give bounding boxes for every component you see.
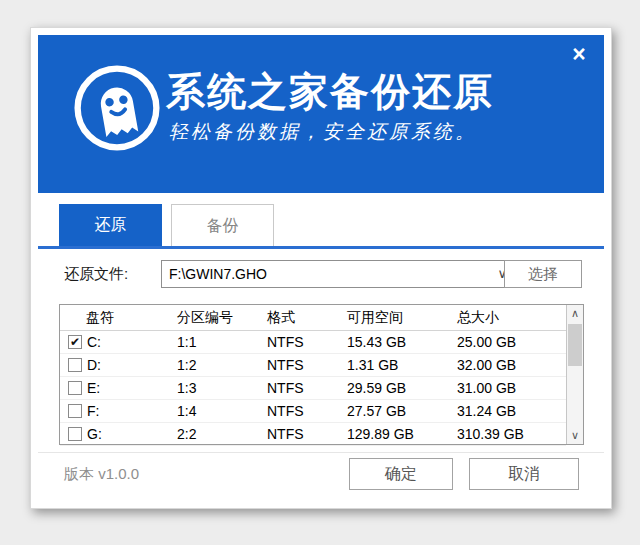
scroll-up-icon[interactable]: ∧ [567,305,583,322]
cell-partition: 1:1 [177,331,196,353]
checkbox-drive-g[interactable] [68,427,82,441]
close-icon[interactable]: × [566,41,592,67]
cell-drive: D: [87,354,101,376]
select-file-button[interactable]: 选择 [504,260,582,288]
table-row-d[interactable]: D: 1:2 NTFS 1.31 GB 32.00 GB [60,354,566,377]
tab-bar: 还原 备份 [59,204,274,246]
cell-format: NTFS [267,423,304,445]
cell-total: 32.00 GB [457,354,516,376]
cell-total: 31.24 GB [457,400,516,422]
checkbox-drive-c[interactable]: ✔ [68,335,82,349]
restore-file-combobox[interactable]: F:\GWIN7.GHO ∨ [161,260,514,288]
cell-format: NTFS [267,377,304,399]
col-free-space: 可用空间 [347,305,403,330]
cell-free: 1.31 GB [347,354,398,376]
table-row-e[interactable]: E: 1:3 NTFS 29.59 GB 31.00 GB [60,377,566,400]
col-drive: 盘符 [86,305,114,330]
checkbox-drive-f[interactable] [68,404,82,418]
col-total-size: 总大小 [457,305,499,330]
footer-divider [38,452,604,453]
app-subtitle: 轻松备份数据，安全还原系统。 [169,119,477,145]
cell-free: 29.59 GB [347,377,406,399]
table-row-f[interactable]: F: 1:4 NTFS 27.57 GB 31.24 GB [60,400,566,423]
cell-total: 25.00 GB [457,331,516,353]
cell-format: NTFS [267,354,304,376]
scrollbar-thumb[interactable] [568,324,582,366]
scroll-down-icon[interactable]: ∨ [567,427,583,444]
restore-file-row: 还原文件: F:\GWIN7.GHO ∨ 选择 [64,260,582,288]
cell-drive: C: [87,331,101,353]
cell-total: 31.00 GB [457,377,516,399]
cell-partition: 1:4 [177,400,196,422]
ok-button[interactable]: 确定 [349,458,453,490]
app-window: × 系统之家备份还原 轻松备份数据，安全还原系统。 还原 备份 还原文件: F:… [30,27,612,509]
restore-file-label: 还原文件: [64,260,128,288]
app-header: × 系统之家备份还原 轻松备份数据，安全还原系统。 [38,35,604,193]
cell-partition: 2:2 [177,423,196,445]
col-format: 格式 [267,305,295,330]
partition-table: 盘符 分区编号 格式 可用空间 总大小 ✔ C: 1:1 NTFS 15.43 … [59,304,584,445]
col-partition: 分区编号 [177,305,233,330]
tab-underline [38,246,604,249]
cell-free: 15.43 GB [347,331,406,353]
cell-format: NTFS [267,331,304,353]
tab-backup[interactable]: 备份 [171,204,274,246]
table-scrollbar[interactable]: ∧ ∨ [566,305,583,444]
cell-free: 129.89 GB [347,423,414,445]
cell-drive: F: [87,400,99,422]
table-body: ✔ C: 1:1 NTFS 15.43 GB 25.00 GB D: 1:2 N… [60,331,566,444]
ghost-logo-icon [72,63,162,153]
cell-drive: G: [87,423,102,445]
table-row-c[interactable]: ✔ C: 1:1 NTFS 15.43 GB 25.00 GB [60,331,566,354]
cell-drive: E: [87,377,100,399]
tab-restore[interactable]: 还原 [59,204,162,246]
restore-file-value: F:\GWIN7.GHO [169,261,267,287]
cell-format: NTFS [267,400,304,422]
cell-partition: 1:2 [177,354,196,376]
app-title: 系统之家备份还原 [166,65,494,119]
version-label: 版本 v1.0.0 [64,465,139,484]
cancel-button[interactable]: 取消 [469,458,579,490]
table-row-g[interactable]: G: 2:2 NTFS 129.89 GB 310.39 GB [60,423,566,446]
cell-total: 310.39 GB [457,423,524,445]
checkbox-drive-e[interactable] [68,381,82,395]
cell-free: 27.57 GB [347,400,406,422]
table-header: 盘符 分区编号 格式 可用空间 总大小 [60,305,566,331]
checkbox-drive-d[interactable] [68,358,82,372]
cell-partition: 1:3 [177,377,196,399]
